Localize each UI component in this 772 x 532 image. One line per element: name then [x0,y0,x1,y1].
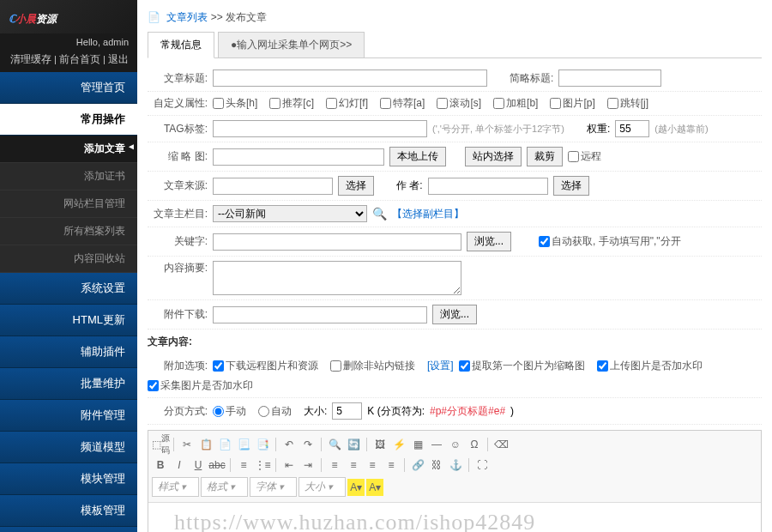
opt-collect-wm[interactable] [148,380,159,391]
attr-headline[interactable] [213,98,224,109]
keyword-input[interactable] [213,233,461,251]
weight-input[interactable] [615,120,649,137]
crop-button[interactable]: 裁剪 [527,147,563,166]
attr-slide[interactable] [326,98,337,109]
attr-jump[interactable] [607,98,618,109]
magnify-icon[interactable]: 🔍 [372,207,387,221]
image-icon[interactable]: 🖼 [371,436,389,453]
download-browse-button[interactable]: 浏览... [432,305,477,324]
style-select[interactable]: 样式 ▾ [152,477,199,497]
auto-keyword-checkbox[interactable] [539,236,550,247]
short-title-input[interactable] [558,70,661,87]
paste-icon[interactable]: 📄 [216,436,233,453]
redo-icon[interactable]: ↷ [299,436,317,453]
page-manual-radio[interactable] [213,406,224,417]
opt-upload-wm[interactable] [597,360,608,372]
page-auto-radio[interactable] [258,406,269,417]
thumb-input[interactable] [213,148,384,166]
paste-text-icon[interactable]: 📃 [235,436,252,453]
align-left-icon[interactable]: ≡ [326,456,343,474]
attr-image[interactable] [550,98,561,109]
undo-icon[interactable]: ↶ [280,436,298,453]
nav-module[interactable]: 模块管理 [0,463,137,495]
nav-add-article[interactable]: 添加文章 [0,136,137,163]
paste-word-icon[interactable]: 📑 [254,436,271,453]
nav-recycle[interactable]: 内容回收站 [0,245,137,273]
source-button[interactable]: ⬚ 源码 [152,436,169,453]
select-sub-column[interactable]: 【选择副栏目】 [392,207,464,221]
nav-add-cert[interactable]: 添加证书 [0,163,137,190]
breadcrumb-list[interactable]: 文章列表 [166,11,208,23]
nav-channel[interactable]: 频道模型 [0,432,137,463]
attr-special[interactable] [380,98,391,109]
align-justify-icon[interactable]: ≡ [383,456,400,474]
opt-first-thumb[interactable] [459,360,470,372]
front-page-link[interactable]: 前台首页 [59,53,100,65]
summary-textarea[interactable] [213,261,461,295]
page-size-input[interactable] [332,402,362,420]
keyword-browse-button[interactable]: 浏览... [467,232,511,251]
emoji-icon[interactable]: ☺ [447,436,464,453]
nav-home[interactable]: 管理首页 [0,72,137,104]
attr-scroll[interactable] [437,98,448,109]
flash-icon[interactable]: ⚡ [390,436,407,453]
source-select-button[interactable]: 选择 [338,176,374,196]
nav-html[interactable]: HTML更新 [0,305,137,336]
special-icon[interactable]: Ω [466,436,483,453]
tab-url-collect[interactable]: ●输入网址采集单个网页>> [218,32,365,57]
ol-icon[interactable]: ≡ [235,456,252,474]
cut-icon[interactable]: ✂ [178,436,196,453]
nav-plugin[interactable]: 辅助插件 [0,336,137,368]
maximize-icon[interactable]: ⛶ [473,456,491,474]
copy-icon[interactable]: 📋 [197,436,214,453]
nav-system[interactable]: 系统设置 [0,273,137,305]
nav-template[interactable]: 模板管理 [0,495,137,527]
tag-input[interactable] [213,120,427,137]
opt-remove-link[interactable] [330,360,341,372]
nav-common[interactable]: 常用操作 [0,104,137,136]
size-select[interactable]: 大小 ▾ [299,477,346,497]
align-right-icon[interactable]: ≡ [364,456,381,474]
nav-batch[interactable]: 批量维护 [0,368,137,400]
eraser-icon[interactable]: ⌫ [492,436,510,453]
find-icon[interactable]: 🔍 [326,436,343,453]
underline-icon[interactable]: U [190,456,207,474]
table-icon[interactable]: ▦ [409,436,426,453]
textcolor-icon[interactable]: A▾ [347,479,365,496]
author-select-button[interactable]: 选择 [553,176,589,196]
attr-bold[interactable] [493,98,504,109]
unlink-icon[interactable]: ⛓ [428,456,445,474]
editor-body[interactable]: https://www.huzhan.com/ishop42849 [148,503,761,532]
link-icon[interactable]: 🔗 [409,456,426,474]
indent-icon[interactable]: ⇥ [299,456,317,474]
bold-icon[interactable]: B [152,456,169,474]
format-select[interactable]: 格式 ▾ [201,477,248,497]
remote-checkbox[interactable] [568,151,579,162]
clear-cache-link[interactable]: 清理缓存 [10,53,51,65]
font-select[interactable]: 字体 ▾ [250,477,297,497]
tab-normal[interactable]: 常规信息 [148,32,214,58]
strike-icon[interactable]: abc [208,456,226,474]
setting-link[interactable]: [设置] [427,359,454,373]
download-input[interactable] [213,306,427,323]
opt-down-remote[interactable] [213,360,224,372]
nav-all-archive[interactable]: 所有档案列表 [0,218,137,245]
column-select[interactable]: --公司新闻 [213,205,367,222]
nav-attach[interactable]: 附件管理 [0,400,137,432]
author-input[interactable] [428,178,548,195]
attr-recommend[interactable] [269,98,280,109]
nav-site-column[interactable]: 网站栏目管理 [0,190,137,218]
align-center-icon[interactable]: ≡ [345,456,362,474]
site-select-button[interactable]: 站内选择 [465,147,522,166]
outdent-icon[interactable]: ⇤ [280,456,298,474]
nav-xml[interactable]: XML地图 [0,527,137,532]
logout-link[interactable]: 退出 [108,53,129,65]
title-input[interactable] [213,70,487,87]
hr-icon[interactable]: — [428,436,445,453]
ul-icon[interactable]: ⋮≡ [254,456,271,474]
anchor-icon[interactable]: ⚓ [447,456,464,474]
source-input[interactable] [213,178,333,195]
replace-icon[interactable]: 🔄 [345,436,362,453]
italic-icon[interactable]: I [171,456,188,474]
local-upload-button[interactable]: 本地上传 [389,147,446,166]
